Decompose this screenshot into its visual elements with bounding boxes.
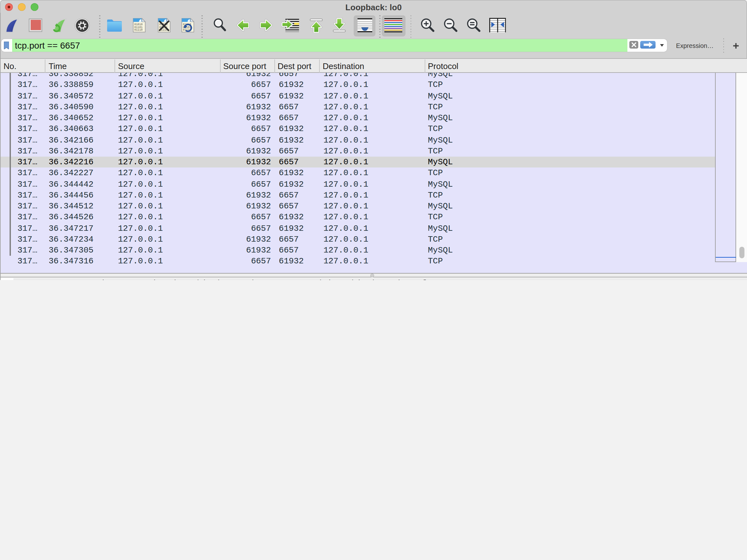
- svg-text:01110: 01110: [134, 29, 143, 32]
